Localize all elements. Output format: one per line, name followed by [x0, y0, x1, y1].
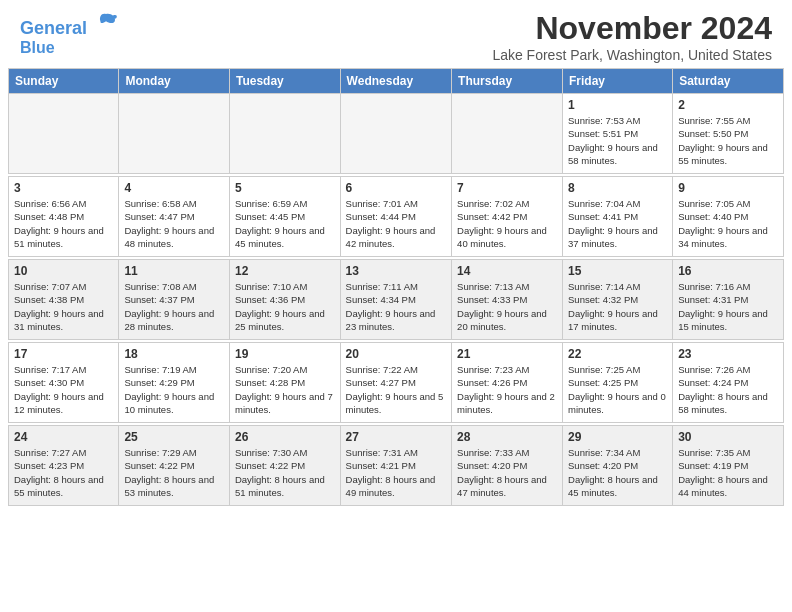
day-info: Sunrise: 7:31 AM Sunset: 4:21 PM Dayligh… [346, 446, 446, 499]
calendar-cell: 13Sunrise: 7:11 AM Sunset: 4:34 PM Dayli… [340, 260, 451, 340]
calendar-header-wednesday: Wednesday [340, 69, 451, 94]
day-info: Sunrise: 7:30 AM Sunset: 4:22 PM Dayligh… [235, 446, 335, 499]
day-number: 20 [346, 347, 446, 361]
calendar-cell: 16Sunrise: 7:16 AM Sunset: 4:31 PM Dayli… [673, 260, 784, 340]
day-info: Sunrise: 6:56 AM Sunset: 4:48 PM Dayligh… [14, 197, 113, 250]
calendar-cell: 1Sunrise: 7:53 AM Sunset: 5:51 PM Daylig… [563, 94, 673, 174]
day-number: 17 [14, 347, 113, 361]
day-number: 29 [568, 430, 667, 444]
day-number: 10 [14, 264, 113, 278]
calendar-table: SundayMondayTuesdayWednesdayThursdayFrid… [8, 68, 784, 506]
calendar-header-monday: Monday [119, 69, 230, 94]
calendar-cell: 23Sunrise: 7:26 AM Sunset: 4:24 PM Dayli… [673, 343, 784, 423]
calendar-cell: 28Sunrise: 7:33 AM Sunset: 4:20 PM Dayli… [452, 426, 563, 506]
day-number: 15 [568, 264, 667, 278]
day-number: 3 [14, 181, 113, 195]
calendar-header-row: SundayMondayTuesdayWednesdayThursdayFrid… [9, 69, 784, 94]
day-number: 24 [14, 430, 113, 444]
day-number: 14 [457, 264, 557, 278]
calendar-week-row: 1Sunrise: 7:53 AM Sunset: 5:51 PM Daylig… [9, 94, 784, 174]
day-number: 16 [678, 264, 778, 278]
calendar-cell: 17Sunrise: 7:17 AM Sunset: 4:30 PM Dayli… [9, 343, 119, 423]
calendar-cell: 24Sunrise: 7:27 AM Sunset: 4:23 PM Dayli… [9, 426, 119, 506]
calendar-cell: 15Sunrise: 7:14 AM Sunset: 4:32 PM Dayli… [563, 260, 673, 340]
day-info: Sunrise: 7:08 AM Sunset: 4:37 PM Dayligh… [124, 280, 224, 333]
day-number: 22 [568, 347, 667, 361]
calendar-cell: 10Sunrise: 7:07 AM Sunset: 4:38 PM Dayli… [9, 260, 119, 340]
calendar-cell [9, 94, 119, 174]
day-info: Sunrise: 6:58 AM Sunset: 4:47 PM Dayligh… [124, 197, 224, 250]
day-info: Sunrise: 7:11 AM Sunset: 4:34 PM Dayligh… [346, 280, 446, 333]
calendar-cell: 9Sunrise: 7:05 AM Sunset: 4:40 PM Daylig… [673, 177, 784, 257]
day-info: Sunrise: 7:07 AM Sunset: 4:38 PM Dayligh… [14, 280, 113, 333]
calendar-cell: 21Sunrise: 7:23 AM Sunset: 4:26 PM Dayli… [452, 343, 563, 423]
day-info: Sunrise: 7:22 AM Sunset: 4:27 PM Dayligh… [346, 363, 446, 416]
day-number: 23 [678, 347, 778, 361]
day-info: Sunrise: 7:23 AM Sunset: 4:26 PM Dayligh… [457, 363, 557, 416]
calendar-wrapper: SundayMondayTuesdayWednesdayThursdayFrid… [0, 68, 792, 514]
calendar-cell: 6Sunrise: 7:01 AM Sunset: 4:44 PM Daylig… [340, 177, 451, 257]
day-number: 6 [346, 181, 446, 195]
day-number: 21 [457, 347, 557, 361]
calendar-cell: 11Sunrise: 7:08 AM Sunset: 4:37 PM Dayli… [119, 260, 230, 340]
day-number: 26 [235, 430, 335, 444]
calendar-header-thursday: Thursday [452, 69, 563, 94]
day-number: 25 [124, 430, 224, 444]
day-number: 1 [568, 98, 667, 112]
day-info: Sunrise: 7:19 AM Sunset: 4:29 PM Dayligh… [124, 363, 224, 416]
day-info: Sunrise: 7:55 AM Sunset: 5:50 PM Dayligh… [678, 114, 778, 167]
day-info: Sunrise: 7:35 AM Sunset: 4:19 PM Dayligh… [678, 446, 778, 499]
day-info: Sunrise: 7:29 AM Sunset: 4:22 PM Dayligh… [124, 446, 224, 499]
day-number: 19 [235, 347, 335, 361]
day-number: 18 [124, 347, 224, 361]
calendar-cell: 5Sunrise: 6:59 AM Sunset: 4:45 PM Daylig… [229, 177, 340, 257]
day-info: Sunrise: 7:05 AM Sunset: 4:40 PM Dayligh… [678, 197, 778, 250]
day-number: 13 [346, 264, 446, 278]
day-info: Sunrise: 7:14 AM Sunset: 4:32 PM Dayligh… [568, 280, 667, 333]
day-number: 5 [235, 181, 335, 195]
calendar-cell: 7Sunrise: 7:02 AM Sunset: 4:42 PM Daylig… [452, 177, 563, 257]
logo-bird-icon [94, 10, 118, 34]
day-number: 7 [457, 181, 557, 195]
calendar-cell: 4Sunrise: 6:58 AM Sunset: 4:47 PM Daylig… [119, 177, 230, 257]
calendar-week-row: 17Sunrise: 7:17 AM Sunset: 4:30 PM Dayli… [9, 343, 784, 423]
day-info: Sunrise: 7:02 AM Sunset: 4:42 PM Dayligh… [457, 197, 557, 250]
calendar-week-row: 3Sunrise: 6:56 AM Sunset: 4:48 PM Daylig… [9, 177, 784, 257]
title-section: November 2024 Lake Forest Park, Washingt… [492, 10, 772, 63]
day-info: Sunrise: 7:01 AM Sunset: 4:44 PM Dayligh… [346, 197, 446, 250]
day-info: Sunrise: 7:34 AM Sunset: 4:20 PM Dayligh… [568, 446, 667, 499]
day-number: 9 [678, 181, 778, 195]
calendar-cell: 25Sunrise: 7:29 AM Sunset: 4:22 PM Dayli… [119, 426, 230, 506]
day-info: Sunrise: 7:27 AM Sunset: 4:23 PM Dayligh… [14, 446, 113, 499]
day-info: Sunrise: 7:25 AM Sunset: 4:25 PM Dayligh… [568, 363, 667, 416]
day-number: 28 [457, 430, 557, 444]
calendar-cell: 26Sunrise: 7:30 AM Sunset: 4:22 PM Dayli… [229, 426, 340, 506]
day-info: Sunrise: 7:16 AM Sunset: 4:31 PM Dayligh… [678, 280, 778, 333]
day-info: Sunrise: 7:04 AM Sunset: 4:41 PM Dayligh… [568, 197, 667, 250]
subtitle: Lake Forest Park, Washington, United Sta… [492, 47, 772, 63]
calendar-header-tuesday: Tuesday [229, 69, 340, 94]
header: General Blue November 2024 Lake Forest P… [0, 0, 792, 68]
calendar-cell: 22Sunrise: 7:25 AM Sunset: 4:25 PM Dayli… [563, 343, 673, 423]
day-number: 11 [124, 264, 224, 278]
calendar-week-row: 24Sunrise: 7:27 AM Sunset: 4:23 PM Dayli… [9, 426, 784, 506]
calendar-header-saturday: Saturday [673, 69, 784, 94]
day-info: Sunrise: 7:26 AM Sunset: 4:24 PM Dayligh… [678, 363, 778, 416]
day-info: Sunrise: 7:20 AM Sunset: 4:28 PM Dayligh… [235, 363, 335, 416]
day-number: 30 [678, 430, 778, 444]
calendar-cell [229, 94, 340, 174]
calendar-cell [119, 94, 230, 174]
calendar-cell [452, 94, 563, 174]
day-number: 2 [678, 98, 778, 112]
day-number: 27 [346, 430, 446, 444]
calendar-cell: 30Sunrise: 7:35 AM Sunset: 4:19 PM Dayli… [673, 426, 784, 506]
calendar-header-friday: Friday [563, 69, 673, 94]
day-info: Sunrise: 7:13 AM Sunset: 4:33 PM Dayligh… [457, 280, 557, 333]
calendar-cell: 27Sunrise: 7:31 AM Sunset: 4:21 PM Dayli… [340, 426, 451, 506]
calendar-cell: 18Sunrise: 7:19 AM Sunset: 4:29 PM Dayli… [119, 343, 230, 423]
calendar-cell: 20Sunrise: 7:22 AM Sunset: 4:27 PM Dayli… [340, 343, 451, 423]
day-number: 12 [235, 264, 335, 278]
calendar-cell: 8Sunrise: 7:04 AM Sunset: 4:41 PM Daylig… [563, 177, 673, 257]
calendar-cell: 3Sunrise: 6:56 AM Sunset: 4:48 PM Daylig… [9, 177, 119, 257]
calendar-header-sunday: Sunday [9, 69, 119, 94]
